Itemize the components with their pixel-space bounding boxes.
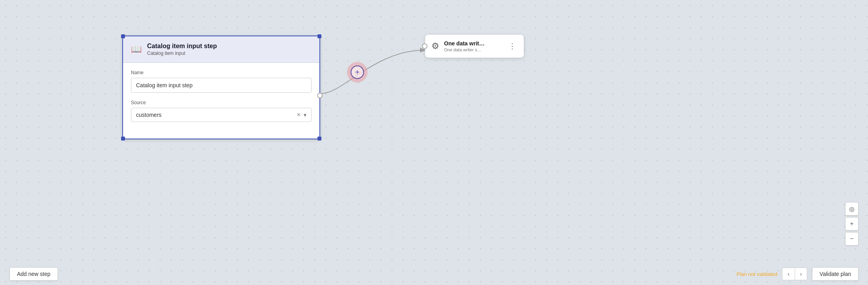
zoom-out-icon: − <box>850 235 853 242</box>
data-writer-subtitle: One data writer s… <box>444 47 502 52</box>
name-label: Name <box>131 70 312 75</box>
data-writer-menu-button[interactable]: ⋮ <box>507 41 517 51</box>
source-field-group: Source customers × ▾ <box>131 100 312 122</box>
validate-plan-button[interactable]: Validate plan <box>812 267 859 281</box>
zoom-controls: ◎ + − <box>845 202 859 246</box>
data-writer-title: One data writ… <box>444 40 502 47</box>
next-icon: › <box>800 271 802 277</box>
prev-nav-button[interactable]: ‹ <box>782 268 795 280</box>
zoom-in-button[interactable]: + <box>845 217 859 231</box>
catalog-node-header: 📖 Catalog item input step Catalog item i… <box>123 36 319 63</box>
name-input[interactable] <box>131 78 312 93</box>
zoom-in-icon: + <box>850 220 853 227</box>
resize-handle-br[interactable] <box>317 137 321 141</box>
book-icon: 📖 <box>131 44 142 54</box>
data-writer-input-dot[interactable] <box>422 43 427 49</box>
catalog-node-body: Name Source customers × ▾ <box>123 63 319 139</box>
chevron-down-icon: ▾ <box>302 112 306 118</box>
data-writer-node: ⚙ One data writ… One data writer s… ⋮ <box>425 35 524 58</box>
locate-button[interactable]: ◎ <box>845 202 859 216</box>
plus-circle-inner: + <box>351 66 364 79</box>
nav-buttons: ‹ › <box>782 268 807 280</box>
source-select-value: customers <box>136 112 295 118</box>
source-clear-button[interactable]: × <box>295 111 302 118</box>
catalog-node-subtitle: Catalog item input <box>147 51 217 56</box>
plan-status: Plan not validated <box>737 271 777 277</box>
bottom-toolbar: Add new step Plan not validated ‹ › Vali… <box>0 263 868 285</box>
plus-icon: + <box>355 68 360 77</box>
prev-icon: ‹ <box>788 271 790 277</box>
catalog-node-titles: Catalog item input step Catalog item inp… <box>147 43 217 56</box>
resize-handle-tl[interactable] <box>121 34 125 38</box>
zoom-out-button[interactable]: − <box>845 232 859 246</box>
gear-icon: ⚙ <box>431 41 439 51</box>
three-dots-icon: ⋮ <box>509 42 516 50</box>
next-nav-button[interactable]: › <box>795 268 807 280</box>
catalog-node-title: Catalog item input step <box>147 43 217 50</box>
name-field-group: Name <box>131 70 312 93</box>
catalog-node-output-dot[interactable] <box>317 93 323 98</box>
source-select-wrapper[interactable]: customers × ▾ <box>131 108 312 122</box>
bottom-right-controls: Plan not validated ‹ › Validate plan <box>737 267 859 281</box>
add-connection-button[interactable]: + <box>347 62 368 82</box>
locate-icon: ◎ <box>849 205 855 213</box>
times-icon: × <box>297 111 301 118</box>
resize-handle-bl[interactable] <box>121 137 125 141</box>
add-new-step-button[interactable]: Add new step <box>9 267 58 281</box>
data-writer-titles: One data writ… One data writer s… <box>444 40 502 52</box>
source-label: Source <box>131 100 312 105</box>
resize-handle-tr[interactable] <box>317 34 321 38</box>
catalog-node: 📖 Catalog item input step Catalog item i… <box>122 36 320 139</box>
